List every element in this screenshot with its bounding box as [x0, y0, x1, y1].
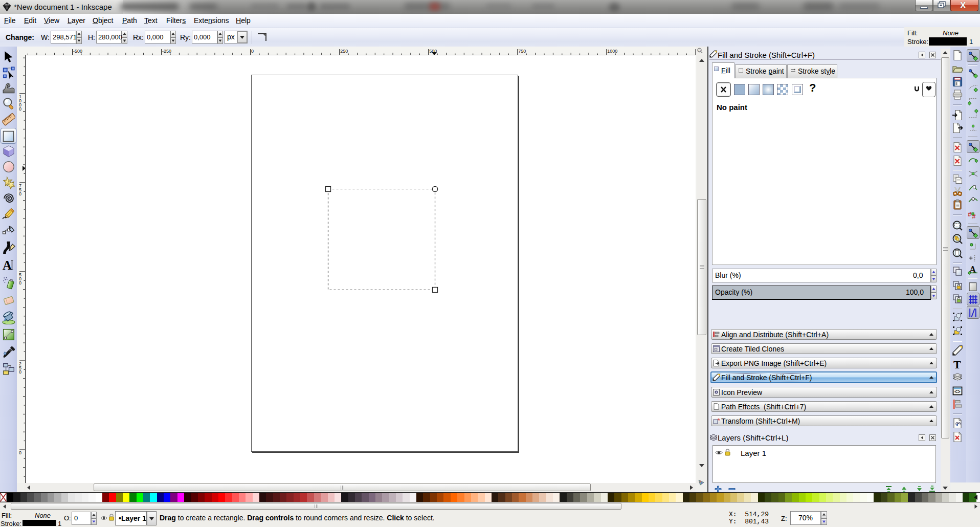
svg-text:<>: <> — [954, 389, 961, 394]
svg-text:0: 0 — [19, 280, 21, 286]
svg-text:250: 250 — [340, 49, 348, 54]
svg-text:750: 750 — [518, 49, 526, 54]
svg-text:0: 0 — [19, 106, 21, 112]
svg-text:#: # — [968, 211, 971, 218]
svg-text:-250: -250 — [162, 49, 171, 54]
svg-text:-500: -500 — [73, 49, 82, 54]
svg-text:0: 0 — [19, 191, 21, 196]
svg-text:0: 0 — [19, 450, 21, 455]
svg-text:0: 0 — [251, 49, 254, 54]
svg-text:Q: Q — [699, 49, 701, 52]
svg-text:A: A — [3, 258, 12, 272]
svg-text:T: T — [953, 359, 961, 370]
svg-text:1000: 1000 — [607, 49, 617, 54]
svg-text:0: 0 — [19, 369, 21, 375]
